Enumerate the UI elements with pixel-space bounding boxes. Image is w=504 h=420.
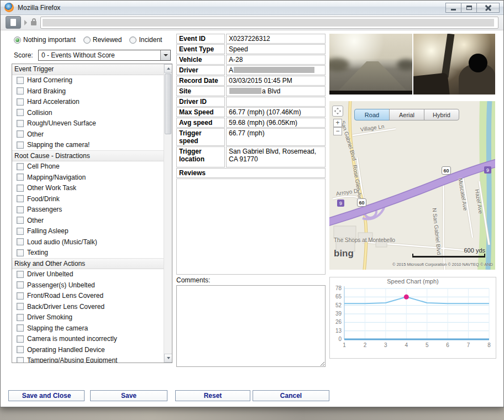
checklist-item-hard-cornering[interactable]: Hard Cornering: [12, 75, 164, 86]
comments-textarea[interactable]: [176, 285, 326, 367]
checklist-item-operating-handled-device[interactable]: Operating Handled Device: [12, 344, 164, 355]
checklist-item-texting[interactable]: Texting: [12, 248, 164, 259]
checklist-item-collision[interactable]: Collision: [12, 107, 164, 118]
map-view-hybrid-button[interactable]: Hybrid: [424, 109, 459, 120]
checkbox-icon[interactable]: [17, 87, 24, 95]
checklist-item-passengers[interactable]: Passengers: [12, 204, 164, 216]
checkbox-icon[interactable]: [17, 249, 24, 256]
radio-button[interactable]: [129, 36, 136, 44]
checklist-item-other[interactable]: Other: [12, 129, 164, 140]
radio-option-nothing-important[interactable]: Nothing important: [14, 36, 76, 44]
checklist-item-back-driver-lens-covered[interactable]: Back/Driver Lens Covered: [12, 301, 164, 312]
detail-label: Site: [176, 86, 225, 96]
reviews-header: Reviews: [176, 168, 326, 178]
detail-value: X0237226312: [226, 34, 326, 44]
checkbox-icon[interactable]: [17, 271, 24, 278]
checklist-item-other-work-task[interactable]: Other Work Task: [12, 183, 164, 194]
checklist-item-falling-asleep[interactable]: Falling Asleep: [12, 226, 164, 237]
checkbox-icon[interactable]: [17, 346, 24, 353]
checklist-item-front-road-lens-covered[interactable]: Front/Road Lens Covered: [12, 291, 164, 302]
checklist-item-label: Rough/Uneven Surface: [27, 119, 96, 127]
checkbox-icon[interactable]: [17, 174, 24, 181]
zoom-out-button[interactable]: −: [333, 127, 342, 135]
radio-button[interactable]: [14, 36, 21, 44]
checklist-item-hard-acceleration[interactable]: Hard Acceleration: [12, 97, 164, 108]
detail-value-text: 59.68 (mph) (96.05Km): [229, 119, 297, 127]
checklist-scrollbar[interactable]: [164, 64, 172, 363]
checklist-item-other[interactable]: Other: [12, 215, 164, 226]
checkbox-icon[interactable]: [17, 77, 24, 84]
dropdown-arrow-button[interactable]: [160, 50, 170, 60]
checklist-item-slapping-the-camera[interactable]: Slapping the camera!: [12, 140, 164, 151]
radio-option-incident[interactable]: Incident: [129, 36, 162, 44]
checkbox-icon[interactable]: [17, 281, 24, 288]
checklist-item-passenger-s-unbelted[interactable]: Passenger(s) Unbelted: [12, 280, 164, 291]
checklist-item-cell-phone[interactable]: Cell Phone: [12, 161, 164, 172]
svg-text:13: 13: [335, 328, 342, 334]
detail-value-text: A-28: [229, 56, 243, 64]
checklist-item-slapping-the-camera[interactable]: Slapping the camera: [12, 323, 164, 334]
checklist-item-camera-is-mounted-incorrectly[interactable]: Camera is mounted incorrectly: [12, 334, 164, 345]
checkbox-icon[interactable]: [17, 195, 24, 202]
map-pan-control[interactable]: [332, 106, 343, 117]
checkbox-icon[interactable]: [17, 185, 24, 192]
speed-chart: 013263952657812345678Speed Chart (mph): [329, 277, 496, 359]
checklist-item-driver-smoking[interactable]: Driver Smoking: [12, 312, 164, 323]
scroll-down-button[interactable]: [164, 354, 172, 363]
url-bar[interactable]: [40, 17, 498, 29]
checkbox-icon[interactable]: [17, 238, 24, 245]
cancel-button[interactable]: Cancel: [253, 390, 329, 401]
checkbox-icon[interactable]: [17, 98, 24, 106]
checklist-item-rough-uneven-surface[interactable]: Rough/Uneven Surface: [12, 118, 164, 129]
detail-value: A: [226, 65, 326, 75]
save-and-close-button[interactable]: Save and Close: [8, 390, 85, 401]
checkbox-icon[interactable]: [17, 120, 24, 127]
checkbox-icon[interactable]: [17, 130, 24, 138]
checklist-item-hard-braking[interactable]: Hard Braking: [12, 86, 164, 97]
title-bar[interactable]: Mozilla Firefox: [1, 1, 503, 15]
radio-option-reviewed[interactable]: Reviewed: [83, 36, 122, 44]
checklist-item-driver-unbelted[interactable]: Driver Unbelted: [12, 269, 164, 280]
maximize-button[interactable]: [461, 3, 477, 13]
map-view-road-button[interactable]: Road: [354, 109, 390, 120]
detail-row-record-date: Record Date03/03/2015 01:45 PM: [176, 76, 326, 86]
checklist-item-label: Driver Unbelted: [27, 270, 73, 278]
checklist-item-label: Front/Road Lens Covered: [27, 292, 103, 300]
minimize-button[interactable]: [445, 3, 461, 13]
checkbox-icon[interactable]: [17, 163, 24, 170]
checklist-item-tampering-abusing-equipment[interactable]: Tampering/Abusing Equipment: [12, 355, 164, 363]
redacted-text: [234, 67, 314, 73]
checkbox-icon[interactable]: [17, 357, 24, 363]
checkbox-icon[interactable]: [17, 109, 24, 116]
checkbox-icon[interactable]: [17, 324, 24, 332]
checklist-item-food-drink[interactable]: Food/Drink: [12, 193, 164, 204]
svg-text:2: 2: [364, 342, 367, 348]
checklist-item-loud-audio-music-talk[interactable]: Loud audio (Music/Talk): [12, 237, 164, 248]
svg-text:Speed Chart (mph): Speed Chart (mph): [387, 278, 439, 285]
bing-map[interactable]: Village LnSan Gabriel BlvdRose Glen AveA…: [329, 101, 495, 270]
reset-button[interactable]: Reset: [175, 390, 250, 401]
checkbox-icon[interactable]: [17, 206, 24, 213]
footer-actions: Save and CloseSaveResetCancel: [8, 390, 329, 401]
scrollbar-thumb[interactable]: [165, 74, 171, 134]
checkbox-icon[interactable]: [17, 292, 24, 300]
scroll-up-button[interactable]: [164, 64, 172, 73]
radio-button[interactable]: [83, 36, 91, 44]
zoom-in-button[interactable]: +: [333, 119, 342, 127]
page-icon-button[interactable]: [6, 16, 21, 29]
checkbox-icon[interactable]: [17, 228, 24, 235]
detail-row-driver-id: Driver ID: [176, 97, 326, 107]
checkbox-icon[interactable]: [17, 141, 24, 149]
cabin-seat: [413, 72, 450, 95]
checklist-item-mapping-navigation[interactable]: Mapping/Navigation: [12, 172, 164, 183]
checkbox-icon[interactable]: [17, 314, 24, 321]
checkbox-icon[interactable]: [17, 217, 24, 224]
checkbox-icon[interactable]: [17, 303, 24, 310]
checklist-group-header: Event Trigger: [12, 64, 164, 75]
detail-value-text: X0237226312: [229, 35, 270, 43]
score-dropdown[interactable]: 0 - Events Without Score: [38, 50, 171, 61]
close-button[interactable]: [476, 3, 500, 13]
map-view-aerial-button[interactable]: Aerial: [389, 109, 424, 120]
save-button[interactable]: Save: [90, 390, 167, 401]
checkbox-icon[interactable]: [17, 335, 24, 343]
